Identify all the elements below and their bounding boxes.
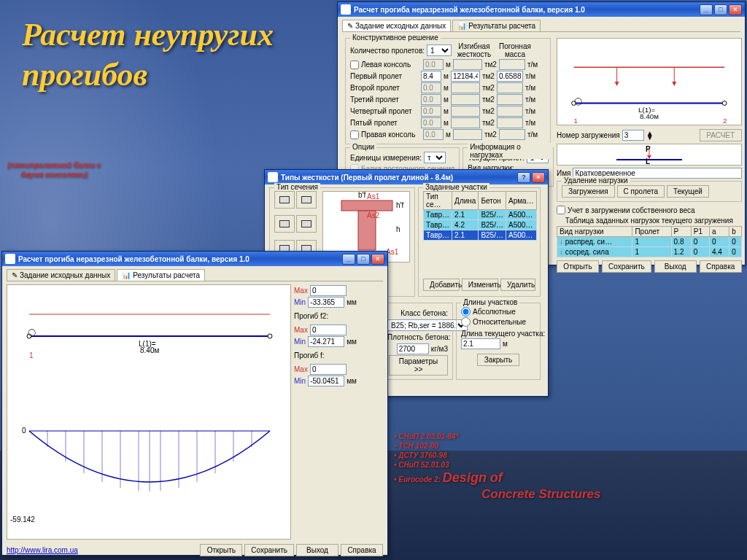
btn-loadcases[interactable]: Загружения <box>562 185 615 198</box>
save-button[interactable]: Сохранить <box>244 544 294 556</box>
tab-results[interactable]: 📊 Результаты расчета <box>117 269 205 281</box>
svg-text:1: 1 <box>574 117 578 125</box>
maximize-button[interactable]: □ <box>714 4 727 15</box>
svg-text:0: 0 <box>22 427 26 435</box>
minimize-button[interactable]: _ <box>342 254 355 265</box>
svg-text:h: h <box>396 225 400 233</box>
ymin-label: -59.142 <box>10 516 35 524</box>
results-window: Расчет прогиба неразрезной железобетонно… <box>1 251 388 556</box>
btn-from-span[interactable]: С пролета <box>617 185 665 198</box>
titlebar[interactable]: Типы жесткости (Первый пролет длиной - 8… <box>265 170 548 184</box>
close-button[interactable]: × <box>729 4 742 15</box>
own-weight-check[interactable] <box>557 206 565 214</box>
seg-len-input[interactable] <box>461 338 500 349</box>
segments-table[interactable]: Тип се…ДлинаБетонАрма… Тавр…2.1B25/…A500… <box>423 191 537 241</box>
svg-text:1: 1 <box>29 351 34 359</box>
add-button[interactable]: Добавить <box>423 279 460 291</box>
beam-diagram: ◯ L(1)=8.40м 12 <box>557 38 742 125</box>
url-link[interactable]: http://www.lira.com.ua <box>7 546 78 554</box>
svg-text:2: 2 <box>723 117 727 125</box>
svg-text:h'f: h'f <box>396 201 403 209</box>
app-icon <box>268 172 278 182</box>
help-button[interactable]: Справка <box>341 544 383 556</box>
svg-text:8.40м: 8.40м <box>640 112 659 120</box>
right-console-check[interactable] <box>350 131 359 139</box>
app-icon <box>341 4 351 15</box>
load-pictogram: PL <box>557 144 742 166</box>
tab-input[interactable]: ✎ Задание исходных данных <box>7 269 115 281</box>
close-button[interactable]: × <box>371 254 384 265</box>
headline: Расчет неупругих прогибов <box>22 15 328 95</box>
edit-button[interactable]: Изменить <box>462 279 498 291</box>
exit-button[interactable]: Выход <box>654 260 697 273</box>
section-shape-icon[interactable] <box>296 191 317 209</box>
group-seg-lengths: Длины участков Абсолютные Относительные … <box>456 303 541 380</box>
span1-ei[interactable] <box>451 71 480 82</box>
group-segments: Заданные участки Тип се…ДлинаБетонАрма… … <box>418 187 541 297</box>
rel-radio[interactable] <box>461 317 471 327</box>
calculate-button[interactable]: РАСЧЕТ <box>700 129 742 141</box>
span1-mass[interactable] <box>497 71 523 82</box>
open-button[interactable]: Открыть <box>557 260 599 273</box>
spans-select[interactable]: 1 <box>427 44 452 56</box>
svg-point-5 <box>722 101 727 106</box>
left-console-check[interactable] <box>350 61 359 69</box>
svg-text:◯: ◯ <box>574 97 582 106</box>
save-button[interactable]: Сохранить <box>602 260 651 273</box>
titlebar[interactable]: Расчет прогиба неразрезной железобетонно… <box>2 252 387 266</box>
tab-results[interactable]: 📊 Результаты расчета <box>452 20 541 31</box>
help-button[interactable]: Справка <box>700 260 742 273</box>
svg-point-27 <box>268 334 272 338</box>
delete-button[interactable]: Удалить <box>500 279 535 291</box>
svg-text:8.40м: 8.40м <box>140 346 159 354</box>
maximize-button[interactable]: □ <box>357 254 370 265</box>
params-button[interactable]: Параметры >> <box>389 355 448 376</box>
span1-len[interactable] <box>421 71 441 82</box>
btn-current[interactable]: Текущей <box>667 185 709 198</box>
svg-text:b'f: b'f <box>358 192 365 199</box>
window-title: Типы жесткости (Первый пролет длиной - 8… <box>281 174 516 182</box>
minimize-button[interactable]: _ <box>700 4 713 15</box>
close-button[interactable]: × <box>532 172 545 183</box>
svg-rect-15 <box>341 201 392 211</box>
group-delete-load: Удаление нагрузки ЗагруженияС пролетаТек… <box>557 181 742 202</box>
titlebar[interactable]: Расчет прогиба неразрезной железобетонно… <box>338 2 745 17</box>
svg-text:As2: As2 <box>367 211 380 219</box>
section-shape-icon[interactable] <box>274 215 295 233</box>
svg-text:As1: As1 <box>367 192 380 201</box>
app-icon <box>5 254 15 264</box>
svg-text:L: L <box>646 158 650 164</box>
tab-input[interactable]: ✎ Задание исходных данных <box>342 20 451 31</box>
open-button[interactable]: Открыть <box>200 544 242 556</box>
abs-radio[interactable] <box>461 307 471 316</box>
exit-button[interactable]: Выход <box>296 544 338 556</box>
section-shape-icon[interactable] <box>296 215 317 233</box>
units-select[interactable]: т <box>424 152 446 163</box>
svg-text:◯: ◯ <box>28 328 36 337</box>
window-title: Расчет прогиба неразрезной железобетонно… <box>354 6 698 14</box>
section-shape-icon[interactable] <box>274 191 295 209</box>
loadcase-num[interactable] <box>622 130 644 141</box>
deflection-plot: ◯ L(1)=8.40м 1 0 -59.142 <box>7 284 291 540</box>
svg-text:P: P <box>646 145 651 153</box>
close-button[interactable]: Закрыть <box>477 354 519 366</box>
whatsthis-button[interactable]: ? <box>517 172 530 183</box>
subheadline: (пятипролетной балки сдвумя консолями) <box>7 160 101 179</box>
group-construction: Конструктивное решение Количество пролет… <box>345 38 551 144</box>
standards-list: СНиП 2.03.01-84*ТСН 102-00ДСТУ 3760-98СН… <box>394 432 600 502</box>
loads-table[interactable]: Вид нагрузкиПролетPP1ab ↓ распред. си…10… <box>557 226 742 257</box>
window-title: Расчет прогиба неразрезной железобетонно… <box>18 255 341 263</box>
density-input[interactable] <box>397 343 429 354</box>
